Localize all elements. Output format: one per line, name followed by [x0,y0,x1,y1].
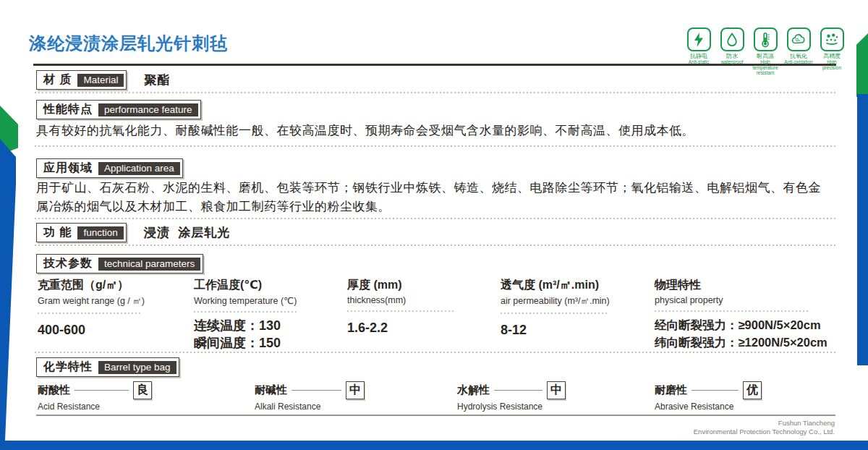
chemical-label-zh: 化学特性 [43,360,93,375]
chem-connector-line [692,390,739,391]
tech-value: 1.6-2.2 [347,319,456,336]
badge-anti-static: 抗静电 Anti-static [684,27,713,76]
chem-item-abrasive: 耐磨性 优 Abrasive Resistance [655,381,762,412]
tech-header-en: physical property [655,295,827,305]
divider-dotted [35,145,835,147]
badge-waterproof: 防水 waterproof [718,27,746,76]
chem-rating-box: 优 [743,381,762,399]
application-label-en: Application area [98,162,180,175]
tech-header-zh: 透气度 (m³/㎡.min) [501,278,610,293]
material-label-pill: 材 质 Material [36,70,127,90]
badge-label-en: Anti-static [689,59,710,65]
chem-item-hydrolysis: 水解性 中 Hydrolysis Resistance [457,381,566,412]
technical-label-zh: 技术参数 [43,256,93,271]
tech-col-gram-weight: 克重范围（g/㎡） Gram weight range (g / ㎡) 400-… [38,278,145,339]
material-label-zh: 材 质 [43,72,72,88]
tech-header-en: Working temperature (℃) [194,295,299,306]
badge-anti-oxidation: O₂ 抗氧化 Anti-oxidation [784,27,813,76]
tech-dotted-underline [38,313,142,314]
function-label-en: function [77,226,123,239]
chem-rating-box: 中 [547,381,566,399]
badge-high-temperature: 耐高温 High temperature resistant [751,27,780,76]
application-text: 用于矿山、石灰石粉、水泥的生料、磨机、包装等环节；钢铁行业中炼铁、铸造、烧结、电… [36,179,832,216]
company-name-line2: Environmental Protection Technology Co.,… [694,428,835,436]
chemical-label-pill: 化学特性 Barrel type bag [36,357,179,377]
company-name: Fushun Tiancheng Environmental Protectio… [694,419,835,436]
chem-label-zh: 水解性 [457,383,490,397]
tech-value: 纬向断裂强力：≥1200N/5×20cm [655,334,827,351]
chem-item-acid: 耐酸性 良 Acid Resistance [38,381,152,412]
chem-connector-line [292,390,341,391]
application-label-pill: 应用领域 Application area [36,158,183,178]
technical-label-pill: 技术参数 technical parameters [36,254,203,273]
section-application: 应用领域 Application area [36,158,183,178]
tech-value: 瞬间温度：150 [194,334,299,352]
tech-value: 400-600 [38,321,145,339]
certification-badges: 抗静电 Anti-static 防水 waterproof [684,27,846,76]
tech-dotted-underline [501,313,609,314]
section-chemical: 化学特性 Barrel type bag [36,357,179,377]
tech-col-thickness: 厚度 (mm) thickness(mm) 1.6-2.2 [347,278,456,336]
badge-label-en: High temperature resistant [751,59,780,76]
badge-label-zh: 防水 [726,53,738,59]
chem-rating-box: 中 [346,381,365,399]
divider-dotted [35,245,835,246]
section-function: 功 能 function 浸渍 涂层轧光 [36,223,230,242]
tech-header-zh: 克重范围（g/㎡） [38,278,145,293]
section-material: 材 质 Material 聚酯 [36,70,170,90]
tech-col-working-temperature: 工作温度(℃) Working temperature (℃) 连续温度：130… [194,278,299,352]
chem-label-en: Abrasive Resistance [655,402,762,412]
badge-label-zh: 耐高温 [757,53,774,59]
performance-text: 具有较好的抗氧化能力、耐酸碱性能一般、在较高温度时、预期寿命会受烟气含水量的影响… [36,122,832,140]
chemical-label-en: Barrel type bag [98,361,176,374]
tech-dotted-underline [194,311,299,313]
tech-value: 经向断裂强力：≥900N/5×20cm [655,316,827,334]
thermometer-icon [754,27,778,51]
divider-dotted [35,352,835,353]
chem-label-zh: 耐碱性 [255,383,287,397]
material-label-en: Material [77,74,124,87]
chem-label-en: Alkali Resistance [255,402,365,412]
function-label-zh: 功 能 [43,225,72,240]
chem-label-en: Acid Resistance [38,402,152,412]
chem-connector-line [75,390,129,391]
tech-header-zh: 厚度 (mm) [347,278,456,293]
chem-connector-line [494,390,542,391]
datasheet-page: 涤纶浸渍涂层轧光针刺毡 抗静电 Anti-static 防水 waterproo… [0,0,868,450]
badge-label-en: waterproof [721,59,744,65]
footer-divider [36,415,835,416]
tech-col-air-permeability: 透气度 (m³/㎡.min) air permeability (m³/㎡.mi… [501,278,610,339]
right-green-ribbon [856,33,868,97]
badge-label-zh: 高精度 [823,53,841,59]
performance-label-pill: 性能特点 performance feature [36,100,201,119]
section-performance: 性能特点 performance feature [36,100,201,119]
tech-header-zh: 物理特性 [655,278,827,293]
material-value: 聚酯 [144,72,170,88]
chem-rating-box: 良 [133,381,152,399]
tech-header-zh: 工作温度(℃) [194,278,299,293]
technical-label-en: technical parameters [98,258,200,271]
divider-dotted [35,92,835,93]
company-name-line1: Fushun Tiancheng [694,419,835,428]
chem-item-alkali: 耐碱性 中 Alkali Resistance [255,381,365,412]
divider-dotted [35,218,835,219]
performance-label-zh: 性能特点 [43,102,93,117]
chem-label-zh: 耐酸性 [38,383,70,397]
application-label-zh: 应用领域 [43,161,93,176]
page-title: 涤纶浸渍涂层轧光针刺毡 [29,32,228,55]
tech-header-en: air permeability (m³/㎡.min) [501,295,610,307]
section-technical: 技术参数 technical parameters [36,254,203,273]
tech-col-physical-property: 物理特性 physical property 经向断裂强力：≥900N/5×20… [655,278,827,351]
lightning-icon [687,27,711,51]
oxidation-cloud-icon: O₂ [787,27,811,51]
svg-text:O₂: O₂ [796,38,801,42]
bottom-blue-band [0,441,868,450]
badge-label-zh: 抗氧化 [790,53,807,59]
chem-label-zh: 耐磨性 [655,383,687,397]
badge-label-zh: 抗静电 [690,53,707,59]
tech-header-en: thickness(mm) [347,295,456,305]
tech-dotted-underline [347,310,456,312]
precision-dots-icon [820,27,844,51]
badge-label-en: Anti-oxidation [784,59,812,65]
waterdrop-icon [720,27,744,51]
